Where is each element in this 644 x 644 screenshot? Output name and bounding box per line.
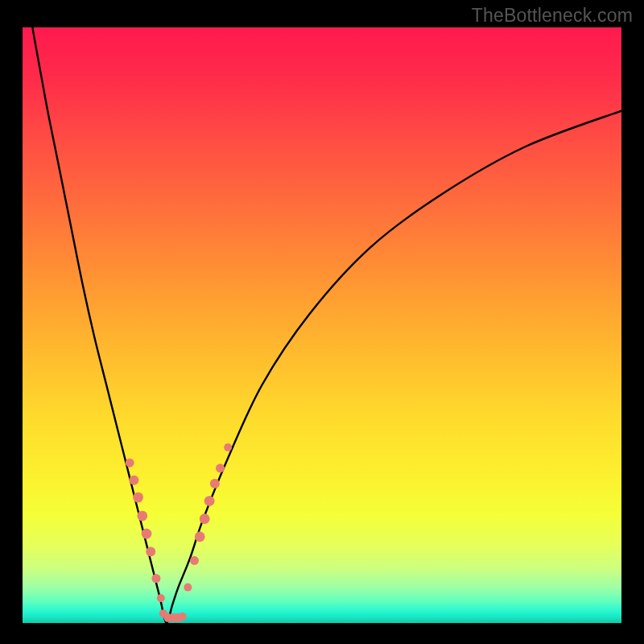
- marker-dot: [126, 458, 134, 467]
- curve-line: [23, 27, 621, 623]
- marker-dot: [142, 529, 152, 539]
- marker-dot: [200, 514, 210, 524]
- marker-dot: [204, 496, 215, 506]
- sample-markers: [126, 444, 233, 622]
- marker-dot: [133, 492, 143, 502]
- marker-dot: [195, 531, 205, 542]
- watermark-text: TheBottleneck.com: [472, 5, 633, 27]
- bottleneck-curve: [23, 27, 621, 623]
- marker-dot: [179, 613, 187, 621]
- marker-dot: [216, 464, 225, 473]
- marker-dot: [210, 479, 220, 489]
- marker-dot: [184, 584, 192, 592]
- plot-area: [23, 27, 621, 623]
- curve-svg: [23, 27, 621, 623]
- marker-dot: [137, 510, 147, 521]
- marker-dot: [224, 444, 232, 452]
- marker-dot: [157, 594, 165, 602]
- chart-frame: TheBottleneck.com: [0, 0, 644, 644]
- marker-dot: [190, 556, 199, 565]
- marker-dot: [146, 547, 155, 556]
- marker-dot: [151, 574, 160, 583]
- marker-dot: [129, 475, 138, 485]
